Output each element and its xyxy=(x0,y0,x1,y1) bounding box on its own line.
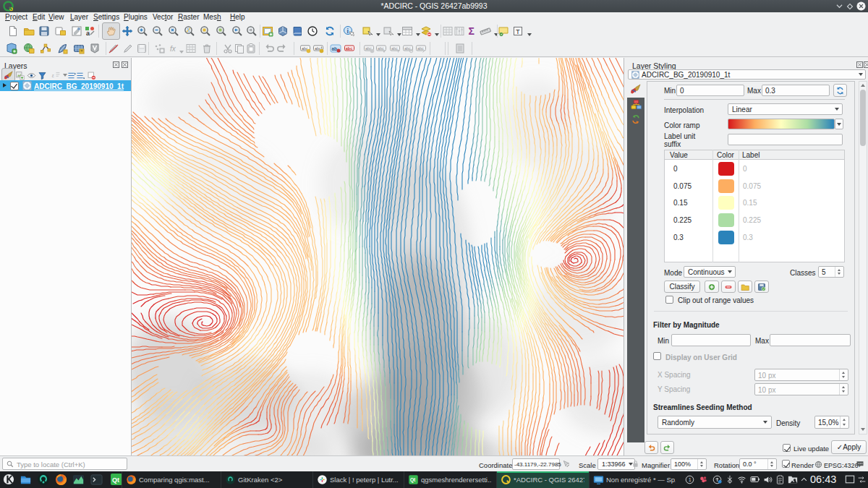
svg-text:Σ: Σ xyxy=(469,25,475,37)
svg-text:1: 1 xyxy=(689,477,692,482)
svg-text:ε: ε xyxy=(51,72,54,78)
svg-text:abc: abc xyxy=(391,46,398,51)
svg-text:abc: abc xyxy=(417,46,424,51)
svg-text:a: a xyxy=(86,30,90,37)
svg-text:Qt: Qt xyxy=(112,476,119,484)
svg-text:fx: fx xyxy=(170,45,176,53)
svg-text:ab: ab xyxy=(332,46,338,51)
svg-text:abc: abc xyxy=(346,46,352,51)
svg-text:T: T xyxy=(516,27,520,35)
svg-text:Qt: Qt xyxy=(410,477,416,483)
svg-text:i: i xyxy=(347,27,349,35)
svg-text:abc: abc xyxy=(378,46,384,51)
